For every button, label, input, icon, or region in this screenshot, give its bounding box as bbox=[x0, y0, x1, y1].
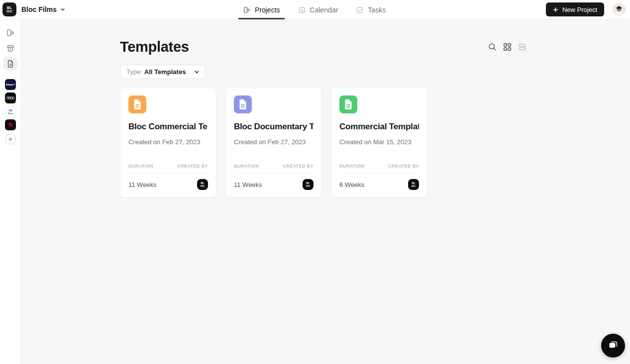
template-doc-icon bbox=[339, 95, 357, 113]
netflix-n-icon: N bbox=[8, 121, 12, 129]
template-card[interactable]: Commercial Template Created on Mar 15, 2… bbox=[331, 88, 427, 198]
tab-calendar[interactable]: 31 Calendar bbox=[298, 0, 338, 19]
tab-projects[interactable]: Projects bbox=[243, 0, 280, 19]
template-title: Commercial Template bbox=[339, 122, 419, 132]
kanban-icon bbox=[6, 28, 15, 37]
workspace-name: Bloc Films bbox=[21, 5, 57, 13]
creator-avatar: BL OC bbox=[408, 179, 419, 190]
plus-icon bbox=[8, 137, 13, 142]
topbar: BL OC Bloc Films Projects 31 Calendar T bbox=[0, 0, 630, 19]
sidebar-item-archive[interactable] bbox=[3, 41, 17, 55]
creator-avatar-line2: OC bbox=[412, 184, 416, 187]
chat-widget-button[interactable] bbox=[601, 334, 625, 358]
creator-avatar-line2: OC bbox=[306, 184, 311, 187]
add-workspace-button[interactable] bbox=[5, 134, 15, 144]
main-tabs: Projects 31 Calendar Tasks bbox=[243, 0, 386, 19]
template-duration: 11 Weeks bbox=[128, 181, 157, 188]
template-title: Bloc Commercial Te… bbox=[128, 122, 208, 132]
svg-text:31: 31 bbox=[301, 8, 304, 11]
meta-infinity-icon: ∞ bbox=[8, 108, 12, 112]
template-cards: Bloc Commercial Te… Created on Feb 27, 2… bbox=[120, 88, 526, 198]
created-by-label: CREATED BY bbox=[283, 164, 314, 169]
template-doc-icon bbox=[234, 95, 252, 113]
template-card[interactable]: Bloc Documentary T… Created on Feb 27, 2… bbox=[225, 88, 322, 198]
type-filter-label: Type: bbox=[126, 68, 142, 76]
sidebar-item-templates[interactable] bbox=[3, 57, 17, 71]
creator-avatar: BL OC bbox=[197, 179, 208, 190]
meta-wordmark: Meta bbox=[8, 112, 13, 115]
tab-projects-label: Projects bbox=[255, 6, 280, 14]
kanban-icon bbox=[243, 6, 251, 14]
chevron-down-icon bbox=[194, 69, 200, 75]
type-filter-dropdown[interactable]: Type: All Templates bbox=[120, 65, 206, 79]
workspace-meta[interactable]: ∞ Meta bbox=[5, 106, 16, 117]
new-project-button[interactable]: New Project bbox=[546, 2, 604, 16]
new-project-label: New Project bbox=[562, 6, 597, 13]
grid-view-icon[interactable] bbox=[503, 43, 512, 51]
chat-bubbles-icon bbox=[607, 340, 619, 352]
page-title: Templates bbox=[120, 39, 189, 55]
template-duration: 11 Weeks bbox=[234, 181, 262, 188]
document-icon bbox=[6, 59, 15, 68]
audi-rings-icon bbox=[6, 96, 15, 100]
chevron-down-icon bbox=[60, 7, 65, 12]
tab-calendar-label: Calendar bbox=[310, 6, 338, 14]
list-view-icon[interactable] bbox=[518, 43, 526, 51]
archive-box-icon bbox=[6, 44, 15, 53]
creator-avatar-line2: OC bbox=[201, 184, 205, 187]
disney-logo: Disney+ bbox=[6, 83, 15, 86]
main-content: Templates Type: All Templates bbox=[21, 19, 630, 364]
duration-label: DURATION bbox=[234, 164, 259, 169]
type-filter-value: All Templates bbox=[144, 68, 186, 76]
template-title: Bloc Documentary T… bbox=[234, 122, 314, 132]
user-photo-icon bbox=[613, 3, 626, 16]
calendar-icon: 31 bbox=[298, 6, 306, 14]
workspace-switcher[interactable]: Bloc Films bbox=[21, 5, 65, 13]
duration-label: DURATION bbox=[128, 164, 153, 169]
workspace-disney[interactable]: Disney+ bbox=[5, 79, 16, 90]
workspace-audi[interactable] bbox=[5, 92, 16, 103]
plus-icon bbox=[553, 7, 558, 12]
tab-tasks-label: Tasks bbox=[368, 6, 386, 14]
workspace-netflix[interactable]: N bbox=[5, 119, 16, 130]
bloc-logo[interactable]: BL OC bbox=[2, 2, 16, 16]
template-created-date: Created on Mar 15, 2023 bbox=[339, 138, 419, 146]
template-created-date: Created on Feb 27, 2023 bbox=[128, 138, 208, 146]
task-check-icon bbox=[356, 6, 364, 14]
created-by-label: CREATED BY bbox=[388, 164, 419, 169]
bloc-logo-line2: OC bbox=[6, 9, 12, 13]
template-duration: 6 Weeks bbox=[339, 181, 364, 188]
created-by-label: CREATED BY bbox=[177, 164, 208, 169]
user-avatar[interactable] bbox=[613, 3, 626, 16]
tab-tasks[interactable]: Tasks bbox=[356, 0, 386, 19]
duration-label: DURATION bbox=[339, 164, 364, 169]
template-doc-icon bbox=[128, 95, 146, 113]
search-icon[interactable] bbox=[488, 43, 497, 51]
template-card[interactable]: Bloc Commercial Te… Created on Feb 27, 2… bbox=[120, 88, 216, 198]
sidebar: Disney+ ∞ Meta N bbox=[0, 19, 21, 364]
creator-avatar: BL OC bbox=[303, 179, 314, 190]
template-created-date: Created on Feb 27, 2023 bbox=[234, 138, 314, 146]
sidebar-item-projects[interactable] bbox=[3, 26, 17, 40]
